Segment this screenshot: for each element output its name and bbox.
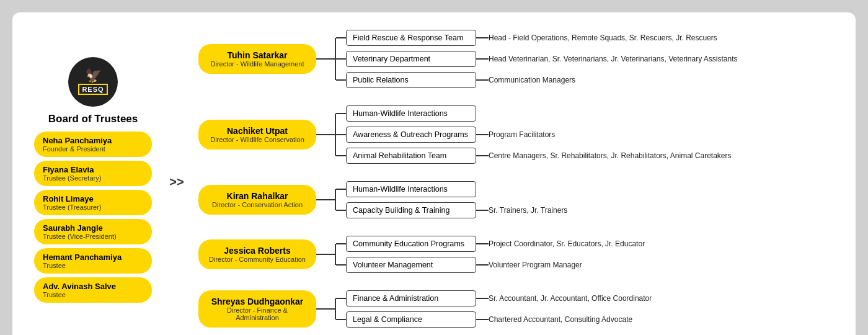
h-line-dir-1 [316,134,335,135]
h-stub-0-1 [336,58,346,60]
director-box-2: Kiran RahalkarDirector - Conservation Ac… [198,185,316,215]
director-section-0: Tuhin SatarkarDirector - Wildlife Manage… [198,27,843,91]
dept-area-2: Human-Wildlife InteractionsCapacity Buil… [335,179,567,221]
director-role-0: Director - Wildlife Management [207,60,308,68]
v-seg-0-2 [335,69,336,80]
director-role-2: Director - Conservation Action [207,201,308,208]
trustee-role-3: Trustee (Vice-President) [43,233,143,240]
trustee-role-1: Trustee (Secretary) [43,174,143,182]
h-line-dir-3 [316,254,335,255]
staff-h-line-3-0 [476,243,489,244]
trustee-card-3: Saurabh Jangle Trustee (Vice-President) [34,219,152,244]
staff-label-4-1: Chartered Accountant, Consulting Advocat… [489,315,632,324]
director-name-2: Kiran Rahalkar [207,191,308,201]
trustee-name-2: Rohit Limaye [43,194,143,203]
trustee-card-5: Adv. Avinash Salve Trustee [34,277,152,303]
logo: 🦅 RESQ [68,57,118,107]
director-name-3: Jessica Roberts [207,246,308,256]
h-stub-1-0 [336,113,346,114]
logo-bird-icon: 🦅 [85,69,102,83]
staff-h-line-0-1 [476,58,489,60]
trustee-name-3: Saurabh Jangle [43,223,143,233]
dept-row-4-1: Legal & ComplianceChartered Accountant, … [335,309,652,330]
dept-area-0: Field Rescue & Response TeamHead - Field… [335,27,738,91]
trustee-name-5: Adv. Avinash Salve [43,282,143,291]
trustee-card-2: Rohit Limaye Trustee (Treasurer) [34,190,152,215]
h-stub-2-1 [336,210,346,211]
h-line-dir-4 [316,308,335,310]
trustee-name-0: Neha Panchamiya [43,136,143,145]
staff-label-3-1: Volunteer Program Manager [489,261,582,269]
dept-box-1-0: Human-Wildlife Interactions [346,105,476,122]
h-stub-3-1 [336,264,346,266]
staff-h-line-4-1 [476,319,489,320]
director-role-3: Director - Community Education [207,256,308,263]
dept-row-1-1: Awareness & Outreach ProgramsProgram Fac… [335,124,732,145]
dept-row-3-1: Volunteer ManagementVolunteer Program Ma… [335,254,645,275]
v-seg-4-0 [335,298,336,309]
staff-label-0-1: Head Veterinarian, Sr. Veterinarians, Jr… [489,55,738,63]
dept-row-0-0: Field Rescue & Response TeamHead - Field… [335,27,738,48]
trustee-name-1: Fiyana Elavia [43,165,143,174]
dept-row-4-0: Finance & AdministrationSr. Accountant, … [335,288,652,309]
director-name-1: Nachiket Utpat [207,126,308,136]
staff-label-0-2: Communication Managers [489,76,575,84]
dept-box-2-1: Capacity Building & Training [346,202,476,218]
v-seg-1-2 [335,145,336,156]
dept-box-0-2: Public Relations [346,72,476,88]
h-stub-1-1 [336,134,346,135]
h-stub-4-0 [336,298,346,299]
dept-row-0-1: Veterinary DepartmentHead Veterinarian, … [335,48,738,69]
staff-label-1-2: Centre Managers, Sr. Rehabilitators, Jr.… [489,151,732,160]
v-seg-2-0 [335,189,336,200]
v-seg-3-0 [335,244,336,254]
director-name-4: Shreyas Dudhgaonkar [207,297,308,306]
staff-h-line-2-1 [476,210,489,211]
h-stub-2-0 [336,189,346,190]
dept-box-3-1: Volunteer Management [346,257,476,273]
board-title: Board of Trustees [48,113,138,125]
logo-text: RESQ [78,84,107,95]
v-seg-3-1 [335,254,336,265]
staff-label-3-0: Project Coordinator, Sr. Educators, Jr. … [489,239,645,248]
dept-row-2-1: Capacity Building & TrainingSr. Trainers… [335,200,567,221]
director-role-4: Director - Finance & Administration [207,306,308,321]
director-section-3: Jessica RobertsDirector - Community Educ… [198,233,843,275]
arrows: >> [161,175,192,189]
h-stub-1-2 [336,155,346,156]
staff-h-line-4-0 [476,298,489,299]
dept-box-2-0: Human-Wildlife Interactions [346,181,476,197]
h-stub-4-1 [336,319,346,320]
dept-row-0-2: Public RelationsCommunication Managers [335,69,738,91]
dept-box-4-1: Legal & Compliance [346,311,476,328]
dept-box-4-0: Finance & Administration [346,290,476,306]
h-stub-0-0 [336,37,346,38]
v-seg-1-0 [335,114,336,124]
org-chart-container: 🦅 RESQ Board of Trustees Neha Panchamiya… [12,12,856,335]
staff-h-line-3-1 [476,264,489,266]
trustee-role-5: Trustee [43,291,143,298]
staff-label-2-1: Sr. Trainers, Jr. Trainers [489,206,567,215]
dept-row-3-0: Community Education ProgramsProject Coor… [335,233,645,254]
staff-h-line-0-2 [476,79,489,81]
dept-box-0-1: Veterinary Department [346,51,476,67]
dept-row-1-2: Animal Rehabilitation TeamCentre Manager… [335,145,732,166]
trustee-card-0: Neha Panchamiya Founder & President [34,132,152,157]
trustee-card-1: Fiyana Elavia Trustee (Secretary) [34,161,152,186]
director-box-1: Nachiket UtpatDirector - Wildlife Conser… [198,120,316,150]
director-section-4: Shreyas DudhgaonkarDirector - Finance & … [198,288,843,330]
director-section-2: Kiran RahalkarDirector - Conservation Ac… [198,179,843,221]
dept-box-0-0: Field Rescue & Response Team [346,30,476,46]
v-seg-4-1 [335,309,336,319]
org-chart-main: Tuhin SatarkarDirector - Wildlife Manage… [192,27,843,335]
dept-box-3-0: Community Education Programs [346,236,476,252]
dept-area-4: Finance & AdministrationSr. Accountant, … [335,288,652,330]
trustee-card-4: Hemant Panchamiya Trustee [34,248,152,274]
director-section-1: Nachiket UtpatDirector - Wildlife Conser… [198,103,843,166]
dept-area-1: Human-Wildlife InteractionsAwareness & O… [335,103,732,166]
director-box-4: Shreyas DudhgaonkarDirector - Finance & … [198,290,316,328]
director-name-0: Tuhin Satarkar [207,50,308,60]
staff-label-1-1: Program Facilitators [489,130,555,139]
dept-area-3: Community Education ProgramsProject Coor… [335,233,645,275]
staff-h-line-1-2 [476,155,489,156]
